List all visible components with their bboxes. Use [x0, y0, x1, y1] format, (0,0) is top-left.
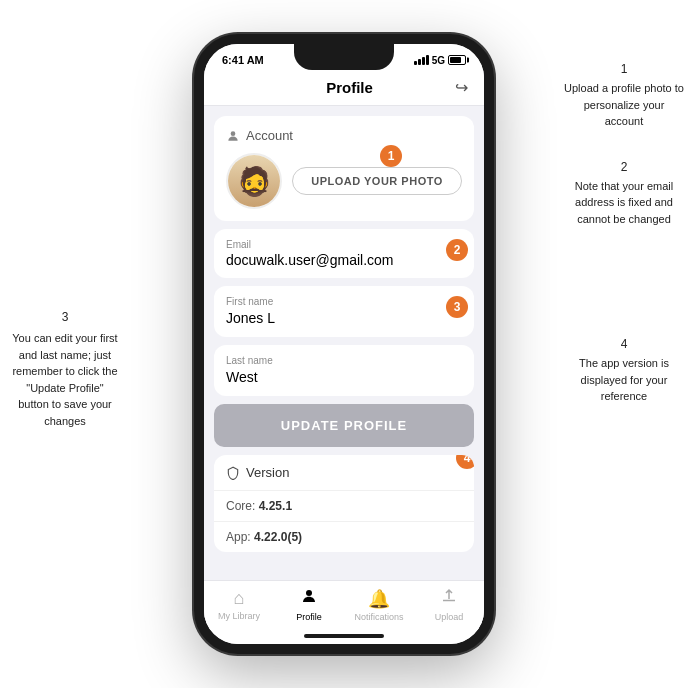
logout-icon[interactable]: ↪ [455, 78, 468, 97]
first-name-field-card: First name 3 [214, 286, 474, 337]
screen-title: Profile [244, 79, 455, 96]
shield-icon [226, 466, 240, 480]
nav-item-my-library[interactable]: ⌂ My Library [214, 588, 264, 621]
email-field-card: Email docuwalk.user@gmail.com 2 [214, 229, 474, 278]
nav-label-notifications: Notifications [354, 612, 403, 622]
upload-svg-icon [440, 587, 458, 605]
profile-icon [300, 587, 318, 610]
phone-notch [294, 44, 394, 70]
annotation-right-1-num: 1 [564, 60, 684, 78]
nav-item-upload[interactable]: Upload [424, 587, 474, 622]
first-name-field-wrapper: First name 3 [226, 296, 462, 327]
version-core-label: Core: [226, 499, 255, 513]
last-name-field-wrapper: Last name [226, 355, 462, 386]
email-field-wrapper: Email docuwalk.user@gmail.com 2 [226, 239, 462, 268]
screen: Profile ↪ Account [204, 70, 484, 630]
annotation-right-1: 1 Upload a profile photo to personalize … [564, 60, 684, 130]
svg-point-1 [306, 590, 312, 596]
annotation-right-2: 2 Note that your email address is fixed … [564, 158, 684, 228]
annotation-right-4-num: 4 [564, 335, 684, 353]
version-section: Version 4 Core: 4.25.1 App: 4.22.0(5) [214, 455, 474, 552]
nav-label-my-library: My Library [218, 611, 260, 621]
annotation-left-text: You can edit your first and last name; j… [12, 332, 117, 427]
nav-item-notifications[interactable]: 🔔 Notifications [354, 588, 404, 622]
home-indicator [204, 630, 484, 644]
annotation-right-4: 4 The app version is displayed for your … [564, 335, 684, 405]
version-core-row: Core: 4.25.1 [214, 491, 474, 522]
last-name-label: Last name [226, 355, 462, 366]
account-icon [226, 129, 240, 143]
status-right: 5G [414, 55, 466, 66]
account-section: Account 🧔 1 UPLOAD YOUR PHOTO [214, 116, 474, 221]
svg-point-0 [231, 131, 236, 136]
signal-bars-icon [414, 55, 429, 65]
account-label: Account [226, 128, 462, 143]
annotations-right: 1 Upload a profile photo to personalize … [564, 60, 684, 405]
annotation-left: 3 You can edit your first and last name;… [10, 308, 120, 429]
page-wrapper: 3 You can edit your first and last name;… [0, 0, 688, 688]
profile-svg-icon [300, 587, 318, 605]
bell-icon: 🔔 [368, 588, 390, 610]
version-app-value: 4.22.0(5) [254, 530, 302, 544]
email-value: docuwalk.user@gmail.com [226, 252, 462, 268]
upload-photo-button[interactable]: UPLOAD YOUR PHOTO [292, 167, 462, 195]
first-name-input[interactable] [226, 310, 415, 326]
email-label: Email [226, 239, 462, 250]
battery-icon [448, 55, 466, 65]
version-core-value: 4.25.1 [259, 499, 292, 513]
home-icon: ⌂ [234, 588, 245, 609]
last-name-field-card: Last name [214, 345, 474, 396]
version-header-text: Version [246, 465, 289, 480]
annotation-left-num: 3 [10, 308, 120, 326]
account-text: Account [246, 128, 293, 143]
version-header: Version 4 [214, 455, 474, 491]
nav-label-upload: Upload [435, 612, 464, 622]
first-name-label: First name [226, 296, 462, 307]
upload-icon [440, 587, 458, 610]
annotation-right-4-text: The app version is displayed for your re… [579, 357, 669, 402]
update-profile-button[interactable]: UPDATE PROFILE [214, 404, 474, 447]
badge-4: 4 [456, 455, 474, 469]
screen-header: Profile ↪ [204, 70, 484, 106]
home-bar [304, 634, 384, 638]
avatar: 🧔 [226, 153, 282, 209]
battery-fill [450, 57, 461, 63]
photo-upload-row: 🧔 1 UPLOAD YOUR PHOTO [226, 153, 462, 209]
bottom-nav: ⌂ My Library Profile 🔔 Notifications [204, 580, 484, 630]
annotation-right-2-text: Note that your email address is fixed an… [575, 180, 673, 225]
annotation-right-2-num: 2 [564, 158, 684, 176]
screen-content[interactable]: Account 🧔 1 UPLOAD YOUR PHOTO [204, 106, 484, 580]
badge-2: 2 [446, 239, 468, 261]
nav-item-profile[interactable]: Profile [284, 587, 334, 622]
status-time: 6:41 AM [222, 54, 264, 66]
annotation-right-1-text: Upload a profile photo to personalize yo… [564, 82, 684, 127]
version-app-row: App: 4.22.0(5) [214, 522, 474, 552]
badge-3: 3 [446, 296, 468, 318]
version-app-label: App: [226, 530, 251, 544]
nav-label-profile: Profile [296, 612, 322, 622]
network-type: 5G [432, 55, 445, 66]
phone-shell: 6:41 AM 5G Profile ↪ [194, 34, 494, 654]
badge-1: 1 [380, 145, 402, 167]
last-name-input[interactable] [226, 369, 438, 385]
